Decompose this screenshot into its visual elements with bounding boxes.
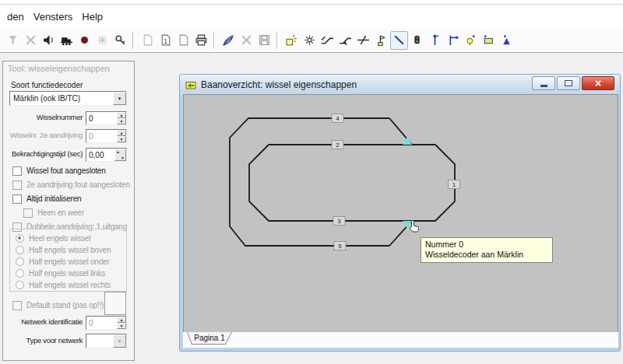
tool-panel: Tool: wisseleigenschappen Soort functied… <box>2 61 135 361</box>
wisselnr2-spinner: 0 <box>86 129 127 143</box>
svg-text:1: 1 <box>164 37 167 45</box>
track-diagonal-icon[interactable] <box>319 31 336 50</box>
wisselnr2-value: 0 <box>86 132 117 141</box>
tool-panel-title[interactable]: Tool: wisseleigenschappen <box>3 61 134 76</box>
menu-item-vensters[interactable]: Vensters <box>29 9 78 24</box>
switch-marker-top[interactable] <box>403 137 412 145</box>
flash-icon[interactable] <box>93 31 111 50</box>
speaker-icon[interactable] <box>40 31 58 50</box>
minimize-button[interactable] <box>532 76 555 90</box>
bekrachtigingstijd-label: Bekrachtigingstijd (sec) <box>3 148 83 160</box>
svg-text:3: 3 <box>337 218 341 225</box>
close-button[interactable] <box>582 76 614 90</box>
network-type-label: Type voor netwerk <box>3 334 83 347</box>
wisselnummer-spinner[interactable]: 0 <box>86 111 127 125</box>
spinner-arrows[interactable] <box>117 112 126 124</box>
bekrachtigingstijd-spinner[interactable]: 0,00 <box>86 148 127 162</box>
save-disk-icon[interactable] <box>255 31 273 50</box>
toolbar-separator <box>132 32 136 49</box>
checkbox-icon[interactable] <box>12 166 22 176</box>
checkbox-default-stand: Default stand (pas op!!) <box>12 300 104 310</box>
tab-pagina-1[interactable]: Pagina 1 <box>187 332 232 345</box>
spinner-arrows <box>117 130 126 142</box>
switch-label-2[interactable]: 2 <box>332 141 343 149</box>
signal-mast-icon[interactable] <box>372 31 390 50</box>
menu-item-partial[interactable]: den <box>2 9 29 24</box>
radio-icon <box>16 269 24 278</box>
application-screen: den Vensters Help 1 To <box>0 0 623 364</box>
checkbox-label: Default stand (pas op!!) <box>26 301 104 310</box>
signal-arm-icon[interactable] <box>444 31 462 50</box>
checkbox-label: Altijd initialiseren <box>26 194 81 203</box>
block-triangle-icon[interactable] <box>498 31 516 50</box>
switch-label-3[interactable]: 3 <box>333 217 345 226</box>
svg-text:5: 5 <box>338 243 342 250</box>
radio-label: Half engels wissel rechts <box>29 281 111 289</box>
svg-text:2: 2 <box>336 142 340 149</box>
spinner-arrows[interactable] <box>117 317 126 329</box>
locomotive-icon[interactable] <box>58 31 76 50</box>
decoder-label: Soort functiedecoder <box>11 81 83 89</box>
document-icon[interactable] <box>174 31 192 50</box>
chevron-down-icon[interactable] <box>113 92 126 105</box>
edit-pen-icon[interactable] <box>220 31 238 50</box>
track-arrow-icon[interactable] <box>336 31 354 50</box>
lamp-flash-icon[interactable] <box>301 31 319 50</box>
draw-line-icon[interactable] <box>390 31 408 50</box>
toolbar-separator <box>213 32 216 49</box>
wissel-type-groupbox: Heel engels wissel Half engels wissel bo… <box>9 229 127 292</box>
bekrachtigingstijd-value: 0,00 <box>86 151 114 159</box>
delete-cross-icon[interactable] <box>238 31 255 50</box>
network-type-combobox <box>86 334 127 348</box>
funnel-icon[interactable] <box>4 31 22 50</box>
checkbox-wissel-fout[interactable]: Wissel fout aangesloten <box>12 166 106 176</box>
svg-text:1: 1 <box>452 181 456 188</box>
new-document-icon[interactable] <box>139 31 157 50</box>
wisselnr2-label: Wisselnr. 2e aandrijving <box>3 129 83 142</box>
radio-icon <box>16 281 24 289</box>
block-rectangle-icon[interactable] <box>480 31 498 50</box>
network-id-spinner[interactable]: 0 <box>86 316 127 330</box>
wisselnummer-label: Wisselnummer <box>3 111 83 124</box>
chevron-down-icon <box>113 334 126 348</box>
checkbox-label: Wissel fout aangesloten <box>26 166 106 175</box>
lamp-bulb-icon[interactable] <box>462 31 480 50</box>
wisselnummer-value: 0 <box>86 114 117 123</box>
maximize-button[interactable] <box>557 76 580 90</box>
page-tabstrip: Pagina 1 <box>183 332 618 348</box>
checkbox-label: 2e aandrijving fout aangesloten <box>26 180 130 189</box>
radio-half-links: Half engels wissel links <box>16 268 105 278</box>
hand-cursor-icon <box>410 221 419 233</box>
track-inner-oval <box>249 145 455 221</box>
tooltip-line2: Wisseldecoder aan Märklin <box>425 250 548 260</box>
signal-head-icon[interactable] <box>408 31 426 50</box>
radio-half-onder: Half engels wissel onder <box>16 257 110 267</box>
checkbox-2e-fout: 2e aandrijving fout aangesloten <box>12 180 130 190</box>
toolbar-separator <box>276 32 280 49</box>
crossing-icon[interactable] <box>22 31 40 50</box>
menu-item-help[interactable]: Help <box>77 9 107 24</box>
checkbox-icon[interactable] <box>12 194 22 204</box>
track-crossing-icon[interactable] <box>354 31 372 50</box>
svg-text:4: 4 <box>336 115 340 122</box>
radio-icon <box>16 246 24 254</box>
key-icon[interactable] <box>111 31 129 50</box>
checkbox-heen-en-weer: Heen en weer <box>23 208 84 218</box>
updown-diagonal-icon[interactable] <box>114 149 126 161</box>
print-icon[interactable] <box>192 31 210 50</box>
new-element-icon[interactable] <box>283 31 301 50</box>
track-canvas[interactable]: 4 2 1 3 5 <box>183 94 618 334</box>
checkbox-altijd-initialiseren[interactable]: Altijd initialiseren <box>12 194 81 204</box>
radio-half-rechts: Half engels wissel rechts <box>16 280 111 290</box>
tooltip-line1: Nummer 0 <box>425 240 548 250</box>
switch-label-1[interactable]: 1 <box>449 180 460 189</box>
switch-label-5[interactable]: 5 <box>334 242 346 250</box>
checkbox-icon <box>12 301 22 310</box>
stop-icon[interactable] <box>76 31 93 50</box>
default-stand-preview <box>104 292 126 315</box>
decoder-value: Märklin (ook IB/TC) <box>10 94 113 103</box>
signal-pin-icon[interactable] <box>426 31 444 50</box>
decoder-combobox[interactable]: Märklin (ook IB/TC) <box>9 91 127 106</box>
switch-label-4[interactable]: 4 <box>332 114 343 123</box>
document-1-icon[interactable]: 1 <box>157 31 174 50</box>
